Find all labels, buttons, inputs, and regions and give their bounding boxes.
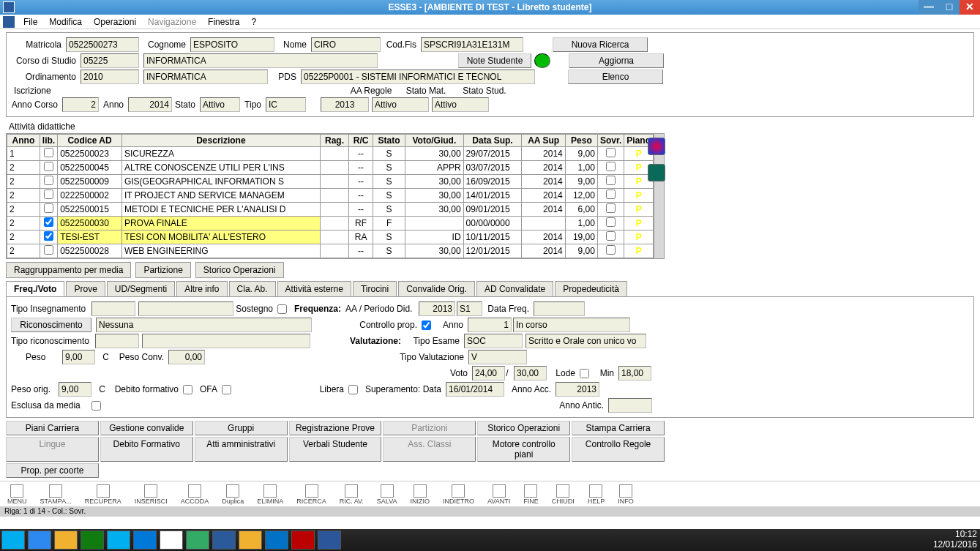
note-studente-button[interactable]: Note Studente [458,53,531,68]
tab-prove[interactable]: Prove [66,281,105,296]
toolbar-ricav[interactable]: RIC. AV. [340,484,364,505]
tipo-ric-field2[interactable] [142,334,310,348]
toolbar-avanti[interactable]: AVANTI [487,484,510,505]
voto-field[interactable]: 24,00 [472,366,505,381]
peso-conv-field[interactable]: 0,00 [168,350,205,364]
elenco-button[interactable]: Elenco [568,70,663,84]
nuova-ricerca-button[interactable]: Nuova Ricerca [553,37,648,52]
lib-checkbox[interactable] [44,190,53,199]
stampa-carriera-button[interactable]: Stampa Carriera [572,421,665,435]
col-sovr[interactable]: Sovr. [597,135,624,147]
table-row[interactable]: 2TESI-ESTTESI CON MOBILITA' ALL'ESTERORA… [7,230,654,244]
tipo-valutazione-field[interactable]: V [468,350,527,364]
ass-classi-button[interactable]: Ass. Classi [383,437,476,462]
sem-field[interactable]: S1 [457,301,482,316]
col-data[interactable]: Data Sup. [463,135,522,147]
tab-tirocini[interactable]: Tirocini [353,281,397,296]
toolbar-inizio[interactable]: INIZIO [410,484,430,505]
toolbar-chiudi[interactable]: CHIUDI [552,484,575,505]
tab-ad-convalidate[interactable]: AD Convalidate [476,281,553,296]
start-button-icon[interactable] [1,531,25,550]
col-anno[interactable]: Anno [7,135,40,147]
sovr-checkbox[interactable] [606,176,616,185]
stato-mat-field[interactable]: Attivo [372,97,429,112]
storico-operazioni-button[interactable]: Storico Operazioni [477,421,570,435]
motore-controllo-button[interactable]: Motore controllo piani [477,437,570,462]
grid-icon[interactable] [648,164,665,181]
tab-freq-voto[interactable]: Freq./Voto [6,281,64,296]
col-stato[interactable]: Stato [373,135,405,147]
lib-checkbox[interactable] [44,231,53,241]
toolbar-stampa[interactable]: STAMPA... [40,484,72,505]
col-lib[interactable]: lib. [40,135,57,147]
frog-icon[interactable] [186,531,209,550]
voto-max-field[interactable]: 30,00 [514,366,547,381]
esse3-icon[interactable] [212,531,236,550]
toolbar-salva[interactable]: SALVA [377,484,397,505]
riconoscimento-field[interactable]: Nessuna [96,318,312,332]
col-peso[interactable]: Peso [565,135,597,147]
col-rag[interactable]: Rag. [320,135,348,147]
chrome-icon[interactable] [160,531,183,550]
toolbar-recupera[interactable]: RECUPERA [85,484,121,505]
corso-cod-field[interactable]: 05225 [81,53,139,68]
toolbar-fine[interactable]: FINE [523,484,539,505]
menu-help[interactable]: ? [245,15,262,29]
anno-acc-field[interactable]: 2013 [556,382,599,397]
lode-checkbox[interactable] [580,369,589,378]
tipo-esame-desc-field[interactable]: Scritto e Orale con unico vo [525,334,646,348]
superamento-data-field[interactable]: 16/01/2014 [446,382,504,397]
sostegno-checkbox[interactable] [277,304,287,314]
nome-field[interactable]: CIRO [311,37,381,52]
toolbar-inserisci[interactable]: INSERISCI [135,484,168,505]
toolbar-help[interactable]: HELP [588,484,605,505]
tab-propedeuticita[interactable]: Propedeuticità [555,281,627,296]
matricola-field[interactable]: 0522500273 [66,37,139,52]
aa-regole-field[interactable]: 2013 [321,97,369,112]
verbali-studente-button[interactable]: Verbali Studente [289,437,382,462]
pds-field[interactable]: 05225P0001 - SISTEMI INFORMATICI E TECNO… [301,70,535,84]
menu-file[interactable]: File [18,15,43,29]
peso-field[interactable]: 9,00 [62,350,95,364]
menu-modifica[interactable]: Modifica [43,15,88,29]
anno-freq-field[interactable]: 2013 [419,301,455,316]
tipo-esame-field[interactable]: SOC [464,334,523,348]
codfis-field[interactable]: SPSCRI91A31E131M [421,37,523,52]
table-row[interactable]: 20522500009GIS(GEOGRAPHICAL INFORMATION … [7,175,654,189]
lib-checkbox[interactable] [44,217,53,227]
toolbar-indietro[interactable]: INDIETRO [443,484,474,505]
lib-checkbox[interactable] [44,176,53,185]
tab-ud-segmenti[interactable]: UD/Segmenti [107,281,175,296]
tab-cla-ab[interactable]: Cla. Ab. [229,281,276,296]
minimize-button[interactable]: — [919,0,939,15]
sovr-checkbox[interactable] [606,148,616,157]
lib-checkbox[interactable] [44,203,53,213]
data-freq-field[interactable] [534,301,585,316]
tab-partizione[interactable]: Partizione [135,262,190,278]
system-clock[interactable]: 10:12 12/01/2016 [933,529,977,550]
chart-pie-icon[interactable] [648,138,665,155]
sovr-checkbox[interactable] [606,231,616,241]
partizioni-button[interactable]: Partizioni [383,421,476,435]
sovr-checkbox[interactable] [606,190,616,199]
outlook-icon[interactable] [133,531,157,550]
col-descr[interactable]: Descrizione [121,135,320,147]
ofa-checkbox[interactable] [222,385,231,394]
min-field[interactable]: 18,00 [618,366,651,381]
toolbar-duplica[interactable]: Duplica [222,484,244,505]
gestione-convalide-button[interactable]: Gestione convalide [100,421,193,435]
table-row[interactable]: 10522500023SICUREZZA--S30,0029/07/201520… [7,147,654,161]
sovr-checkbox[interactable] [606,217,616,227]
maximize-button[interactable]: □ [939,0,960,15]
toolbar-menu[interactable]: MENU [7,484,27,505]
toolbar-ricerca[interactable]: RICERCA [296,484,326,505]
aggiorna-button[interactable]: Aggiorna [569,53,664,68]
toolbar-info[interactable]: INFO [618,484,634,505]
anno-corso-field[interactable]: 2 [62,97,99,112]
acrobat-icon[interactable] [291,531,315,550]
tab-altre-info[interactable]: Altre info [176,281,227,296]
corso-desc-field[interactable]: INFORMATICA [143,53,378,68]
menu-navigazione[interactable]: Navigazione [142,15,202,29]
toolbar-accoda[interactable]: ACCODA [181,484,209,505]
stato-field[interactable]: Attivo [200,97,240,112]
